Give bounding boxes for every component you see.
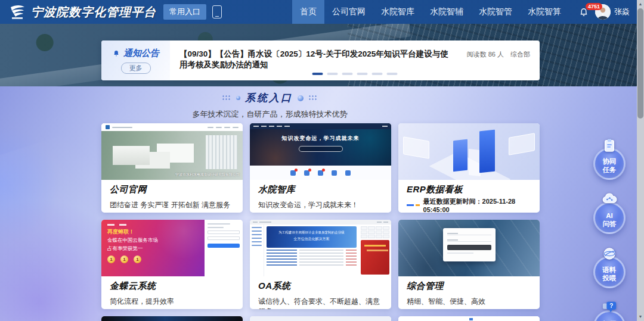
systems-subtitle: 多年技术沉淀，自研产品，形成独特技术优势 xyxy=(0,109,540,120)
app-screen: 宁波院数字化管理平台 常用入口 首页 公司官网 水院智库 水院智辅 水院智管 水… xyxy=(0,0,644,321)
card-knowledge-base[interactable]: 知识改变命运，学习成就未来 水院智库 知识改变命运，学习成就未来！ xyxy=(250,123,391,213)
notice-item[interactable]: 【09/30】【公告】甬水设〔2025〕12号-关于印发2025年知识平台建设与… xyxy=(179,49,530,70)
notice-meta: 阅读数 86 人 综合部 xyxy=(462,49,530,59)
admin-preview xyxy=(398,220,540,276)
username: 张焱 xyxy=(614,7,630,17)
kingdee-banner-line3: 占有率荣获第一 xyxy=(107,245,205,253)
nav-assist[interactable]: 水院智辅 xyxy=(422,0,471,24)
main-nav: 首页 公司官网 水院智库 水院智辅 水院智管 水院智算 4751 xyxy=(292,0,644,24)
globe-icon xyxy=(590,247,628,261)
card-integrated-admin[interactable]: 综合管理 精细、智能、便捷、高效 xyxy=(398,220,540,309)
pagination-dot[interactable] xyxy=(312,73,323,75)
main-content: 系统入口 多年技术沉淀，自研产品，形成独特技术优势 xyxy=(0,86,644,321)
card-title: 公司官网 xyxy=(110,184,234,195)
oa-banner-line1: 为工程建设全周期设计企业量身定制的企业级 xyxy=(270,230,353,235)
card-description: 诚信待人、符合要求、不断超越、满意服务 xyxy=(258,297,383,309)
corpus-feed-button[interactable]: 语料 投喂 xyxy=(590,247,628,288)
notice-board: 通知公告 更多 【09/30】【公告】甬水设〔2025〕12号-关于印发2025… xyxy=(101,40,540,80)
mobile-phone-icon[interactable] xyxy=(212,5,222,18)
card-partial[interactable] xyxy=(250,316,391,321)
card-oa-system[interactable]: 为工程建设全周期设计企业量身定制的企业级 全方位信息化解决方案 xyxy=(250,220,391,309)
card-description: 简化流程，提升效率 xyxy=(110,297,234,307)
scroll-up-button[interactable]: ▲ xyxy=(637,0,644,8)
nav-home[interactable]: 首页 xyxy=(292,0,324,24)
scroll-down-button[interactable]: ▼ xyxy=(637,313,644,321)
oa-banner-line2: 全方位信息化解决方案 xyxy=(267,236,357,242)
sphere-decoration xyxy=(298,95,304,101)
kingdee-banner-line2: 金蝶在中国云服务市场 xyxy=(107,237,205,244)
notice-main: 【09/30】【公告】甬水设〔2025〕12号-关于印发2025年知识平台建设与… xyxy=(170,40,540,80)
top-header: 宁波院数字化管理平台 常用入口 首页 公司官网 水院智库 水院智辅 水院智管 水… xyxy=(0,0,644,24)
erp-preview xyxy=(398,123,540,180)
dot-grid-decoration xyxy=(308,95,318,101)
pagination-dot[interactable] xyxy=(387,73,398,75)
issue-collect-button[interactable]: ? 问题 收集 xyxy=(590,301,628,321)
vertical-scrollbar[interactable]: ▲ ▼ xyxy=(637,0,644,321)
question-bubble-icon: ? xyxy=(590,301,628,315)
question-glyph: ? xyxy=(609,303,613,309)
notice-department: 综合部 xyxy=(510,51,530,58)
ai-cloud-icon xyxy=(590,192,628,207)
pagination-dot[interactable] xyxy=(342,73,353,75)
card-erp-dashboard[interactable]: ERP数据看板 最近数据更新时间：2025-11-28 05:45:00 洞察经… xyxy=(398,123,540,213)
nav-knowledge[interactable]: 水院智库 xyxy=(373,0,422,24)
card-company-site[interactable]: 宁波市水利水电规划设计研究院有限公司 公司官网 团结奋进 务实严谨 开拓创新 满… xyxy=(101,123,243,213)
trend-line-icon xyxy=(407,204,420,206)
card-description: 精细、智能、便捷、高效 xyxy=(407,297,531,307)
logo-icon xyxy=(8,4,26,20)
erp-update-label: 最近数据更新时间： xyxy=(423,198,482,205)
app-title: 宁波院数字化管理平台 xyxy=(31,4,156,20)
nav-manage[interactable]: 水院智管 xyxy=(471,0,520,24)
float-label-line: 任务 xyxy=(603,166,617,173)
pagination-dot[interactable] xyxy=(372,73,383,75)
floating-toolbar: 协同 任务 AI 问答 xyxy=(590,138,628,321)
scrollbar-thumb[interactable] xyxy=(637,8,643,119)
notice-left-panel: 通知公告 更多 xyxy=(101,40,170,80)
notification-badge: 4751 xyxy=(586,3,602,10)
card-description: 团结奋进 务实严谨 开拓创新 满意服务 xyxy=(110,200,234,210)
notifications[interactable]: 4751 xyxy=(578,7,589,17)
company-site-caption: 宁波市水利水电规划设计研究院有限公司 xyxy=(175,172,240,177)
oa-preview: 为工程建设全周期设计企业量身定制的企业级 全方位信息化解决方案 xyxy=(250,220,391,276)
kingdee-banner-line1: 再度蝉联！ xyxy=(107,228,205,236)
nav-company-site[interactable]: 公司官网 xyxy=(324,0,373,24)
kb-banner-text: 知识改变命运，学习成就未来 xyxy=(250,135,391,142)
quick-entry-button[interactable]: 常用入口 xyxy=(163,4,206,20)
pagination-dot[interactable] xyxy=(327,73,338,75)
erp-update-time-row: 最近数据更新时间：2025-11-28 05:45:00 xyxy=(407,197,531,213)
notice-pagination xyxy=(312,73,398,75)
card-partial[interactable] xyxy=(101,316,243,321)
dot-grid-decoration xyxy=(222,95,231,101)
notice-section-title: 通知公告 xyxy=(123,48,159,59)
card-title: 金蝶云系统 xyxy=(110,281,234,292)
company-site-preview: 宁波市水利水电规划设计研究院有限公司 xyxy=(101,123,243,180)
award-medals: 111 xyxy=(107,255,205,263)
collab-tasks-button[interactable]: 协同 任务 xyxy=(590,138,628,180)
kb-search-bar xyxy=(299,146,343,152)
float-label-line: 语料 xyxy=(603,266,617,273)
notice-more-button[interactable]: 更多 xyxy=(121,63,151,74)
systems-header: 系统入口 多年技术沉淀，自研产品，形成独特技术优势 xyxy=(0,91,540,120)
brand[interactable]: 宁波院数字化管理平台 xyxy=(0,4,156,20)
notice-read-count: 阅读数 86 人 xyxy=(467,51,504,58)
pagination-dot[interactable] xyxy=(357,73,368,75)
card-title: OA系统 xyxy=(258,281,383,292)
notice-headline[interactable]: 【09/30】【公告】甬水设〔2025〕12号-关于印发2025年知识平台建设与… xyxy=(179,49,455,70)
kingdee-preview: 再度蝉联！ 金蝶在中国云服务市场 占有率荣获第一 111 xyxy=(101,220,243,276)
knowledge-base-preview: 知识改变命运，学习成就未来 xyxy=(250,123,391,180)
system-card-grid: 宁波市水利水电规划设计研究院有限公司 公司官网 团结奋进 务实严谨 开拓创新 满… xyxy=(101,123,540,321)
sphere-decoration xyxy=(236,96,240,100)
float-label-line: 问答 xyxy=(603,220,617,227)
clipboard-icon xyxy=(590,138,628,152)
nav-compute[interactable]: 水院智算 xyxy=(520,0,569,24)
card-kingdee-cloud[interactable]: 再度蝉联！ 金蝶在中国云服务市场 占有率荣获第一 111 金蝶云系统 xyxy=(101,220,243,309)
ai-qa-button[interactable]: AI 问答 xyxy=(590,192,628,234)
card-partial[interactable] xyxy=(398,316,540,321)
card-title: 水院智库 xyxy=(258,184,383,195)
float-label-line: 投喂 xyxy=(603,275,617,282)
float-label-line: AI xyxy=(606,212,613,219)
card-title: 综合管理 xyxy=(407,281,531,292)
systems-title: 系统入口 xyxy=(245,91,293,105)
announcement-bell-icon xyxy=(112,49,120,57)
kingdee-login-panel xyxy=(205,220,243,276)
